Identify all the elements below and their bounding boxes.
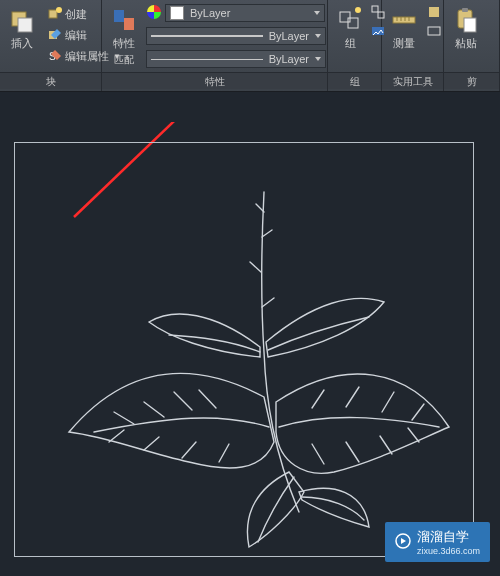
svg-rect-15 bbox=[393, 17, 415, 23]
measure-icon bbox=[390, 6, 418, 34]
group-label: 组 bbox=[345, 36, 356, 51]
svg-rect-23 bbox=[462, 8, 468, 12]
drawing-content bbox=[14, 142, 474, 557]
play-icon bbox=[395, 533, 411, 552]
edit-label: 编辑 bbox=[65, 28, 87, 43]
linetype-value: ByLayer bbox=[269, 53, 309, 65]
panel-group-title: 组 bbox=[328, 72, 381, 89]
panel-clipboard-title: 剪 bbox=[444, 72, 499, 89]
paste-label: 粘贴 bbox=[455, 36, 477, 51]
panel-utilities: 测量 实用工具 bbox=[382, 0, 444, 91]
svg-rect-20 bbox=[429, 7, 439, 17]
match-icon bbox=[110, 6, 138, 34]
lineweight-preview bbox=[151, 35, 263, 37]
panel-group: 组 组 bbox=[328, 0, 382, 91]
chevron-down-icon bbox=[315, 34, 321, 38]
color-wheel-icon[interactable] bbox=[146, 4, 162, 20]
svg-rect-7 bbox=[124, 18, 134, 30]
drawing-canvas[interactable]: 溜溜自学 zixue.3d66.com bbox=[0, 92, 500, 576]
edit-icon bbox=[47, 27, 63, 43]
chevron-down-icon bbox=[314, 11, 320, 15]
ribbon: 插入 创建 编辑 S bbox=[0, 0, 500, 92]
edit-attr-icon: S bbox=[47, 48, 63, 64]
measure-label: 测量 bbox=[393, 36, 415, 51]
insert-button[interactable]: 插入 bbox=[4, 4, 40, 53]
panel-block: 插入 创建 编辑 S bbox=[0, 0, 102, 91]
match-sub: 匹配 bbox=[114, 53, 134, 67]
svg-rect-24 bbox=[464, 18, 476, 32]
panel-block-title: 块 bbox=[0, 72, 101, 89]
panel-utilities-title: 实用工具 bbox=[382, 72, 443, 89]
panel-properties: 特性 匹配 ByLayer ByLayer bbox=[102, 0, 328, 91]
color-value: ByLayer bbox=[190, 7, 230, 19]
svg-rect-12 bbox=[372, 6, 378, 12]
paste-icon bbox=[452, 6, 480, 34]
util-icon-2[interactable] bbox=[426, 23, 442, 39]
watermark-badge: 溜溜自学 zixue.3d66.com bbox=[385, 522, 490, 562]
lineweight-dropdown[interactable]: ByLayer bbox=[146, 27, 326, 45]
group-button[interactable]: 组 bbox=[332, 4, 368, 53]
color-dropdown[interactable]: ByLayer bbox=[165, 4, 325, 22]
insert-label: 插入 bbox=[11, 36, 33, 51]
insert-icon bbox=[8, 6, 36, 34]
paste-button[interactable]: 粘贴 bbox=[448, 4, 484, 53]
measure-button[interactable]: 测量 bbox=[386, 4, 422, 53]
watermark-url: zixue.3d66.com bbox=[417, 546, 480, 556]
create-icon bbox=[47, 6, 63, 22]
util-icon-1[interactable] bbox=[426, 4, 442, 20]
create-label: 创建 bbox=[65, 7, 87, 22]
panel-properties-title: 特性 bbox=[102, 72, 327, 89]
panel-clipboard: 粘贴 剪 bbox=[444, 0, 500, 91]
group-icon bbox=[336, 6, 364, 34]
match-label: 特性 bbox=[113, 36, 135, 51]
svg-point-11 bbox=[355, 7, 361, 13]
svg-rect-1 bbox=[18, 18, 32, 32]
svg-point-3 bbox=[56, 7, 62, 13]
svg-rect-6 bbox=[114, 10, 124, 22]
color-swatch bbox=[170, 6, 184, 20]
chevron-down-icon bbox=[315, 57, 321, 61]
svg-rect-2 bbox=[49, 10, 57, 18]
svg-rect-21 bbox=[428, 27, 440, 35]
watermark-text: 溜溜自学 bbox=[417, 528, 480, 546]
match-properties-button[interactable]: 特性 匹配 bbox=[106, 4, 142, 69]
linetype-dropdown[interactable]: ByLayer bbox=[146, 50, 326, 68]
linetype-preview bbox=[151, 59, 263, 60]
lineweight-value: ByLayer bbox=[269, 30, 309, 42]
